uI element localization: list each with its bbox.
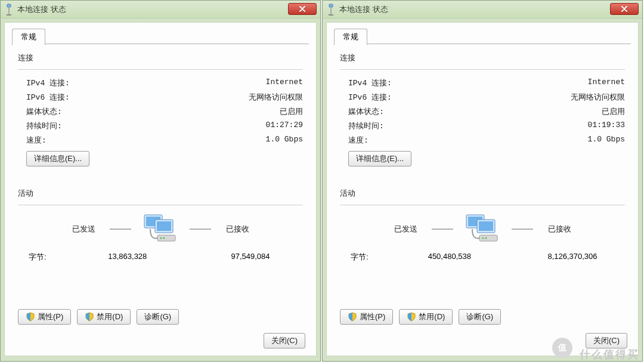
sent-label: 已发送 (388, 224, 423, 235)
properties-button[interactable]: 属性(P) (18, 309, 71, 325)
window-title: 本地连接 状态 (17, 4, 66, 15)
ipv6-label: IPv6 连接: (348, 92, 392, 103)
diagnose-button[interactable]: 诊断(G) (137, 309, 179, 325)
svg-rect-16 (479, 221, 493, 231)
bytes-sent: 450,480,538 (408, 252, 491, 263)
close-icon (621, 5, 628, 14)
dash-right (190, 229, 211, 230)
network-computers-icon (462, 211, 503, 247)
status-dialog: 本地连接 状态 常规 连接 IPv4 连接:Internet IPv6 连接:无… (322, 0, 643, 362)
bytes-row: 字节: 13,863,328 97,549,084 (18, 252, 303, 263)
status-dialog: 本地连接 状态 常规 连接 IPv4 连接:Internet IPv6 连接:无… (0, 0, 321, 362)
shield-icon (26, 312, 35, 322)
close-button[interactable] (610, 3, 639, 15)
tabstrip: 常规 (12, 29, 309, 44)
bytes-row: 字节: 450,480,538 8,126,370,306 (340, 252, 625, 263)
details-button[interactable]: 详细信息(E)... (348, 151, 411, 166)
section-divider (340, 205, 625, 205)
shield-icon (85, 312, 94, 322)
disable-label: 禁用(D) (419, 311, 445, 322)
duration-value: 01:19:33 (588, 121, 625, 131)
bytes-recv: 97,549,084 (209, 252, 292, 263)
duration-row: 持续时间:01:19:33 (340, 119, 625, 133)
svg-point-9 (163, 237, 165, 239)
tab-general[interactable]: 常规 (12, 29, 45, 45)
window-title: 本地连接 状态 (339, 4, 388, 15)
disable-button[interactable]: 禁用(D) (77, 309, 131, 325)
ipv6-row: IPv6 连接:无网络访问权限 (340, 90, 625, 104)
speed-label: 速度: (26, 135, 47, 146)
svg-point-8 (160, 237, 162, 239)
ipv4-value: Internet (266, 78, 303, 88)
action-button-row: 属性(P) 禁用(D) 诊断(G) (340, 309, 501, 325)
bytes-label: 字节: (29, 252, 47, 263)
ipv6-value: 无网络访问权限 (571, 92, 625, 103)
titlebar[interactable]: 本地连接 状态 (323, 1, 642, 18)
bytes-sent: 13,863,328 (86, 252, 169, 263)
svg-point-19 (485, 237, 487, 239)
diagnose-button[interactable]: 诊断(G) (459, 309, 501, 325)
details-button[interactable]: 详细信息(E)... (26, 151, 89, 166)
disable-label: 禁用(D) (97, 311, 123, 322)
speed-value: 1.0 Gbps (588, 135, 625, 146)
network-adapter-icon (4, 4, 14, 16)
ipv4-row: IPv4 连接:Internet (340, 76, 625, 90)
close-dialog-button[interactable]: 关闭(C) (264, 333, 305, 348)
section-divider (340, 69, 625, 70)
svg-rect-0 (7, 4, 11, 7)
section-divider (18, 69, 303, 70)
svg-point-18 (482, 237, 484, 239)
speed-row: 速度:1.0 Gbps (340, 133, 625, 147)
svg-rect-1 (8, 7, 10, 14)
ipv4-label: IPv4 连接: (26, 78, 70, 88)
dash-left (432, 229, 453, 230)
client-area: 常规 连接 IPv4 连接:Internet IPv6 连接:无网络访问权限 媒… (4, 22, 317, 356)
ipv4-label: IPv4 连接: (348, 78, 392, 88)
speed-row: 速度:1.0 Gbps (18, 133, 303, 147)
duration-label: 持续时间: (348, 121, 384, 131)
activity-header: 活动 (340, 188, 625, 199)
close-button[interactable] (288, 3, 317, 15)
svg-rect-11 (330, 7, 332, 14)
titlebar[interactable]: 本地连接 状态 (1, 1, 320, 18)
shield-icon (348, 312, 357, 322)
ipv6-value: 无网络访问权限 (249, 92, 303, 103)
recv-label: 已接收 (219, 224, 255, 235)
duration-row: 持续时间:01:27:29 (18, 119, 303, 133)
ipv6-label: IPv6 连接: (26, 92, 70, 103)
dash-left (110, 229, 131, 230)
duration-label: 持续时间: (26, 121, 62, 131)
recv-label: 已接收 (541, 224, 577, 235)
tab-general[interactable]: 常规 (334, 29, 367, 45)
svg-rect-2 (7, 14, 11, 16)
media-value: 已启用 (280, 106, 303, 117)
speed-label: 速度: (348, 135, 369, 146)
activity-graphic: 已发送 已接收 (340, 211, 625, 247)
activity-graphic: 已发送 已接收 (18, 211, 303, 247)
properties-label: 属性(P) (38, 311, 63, 322)
svg-rect-6 (157, 221, 171, 231)
close-dialog-button[interactable]: 关闭(C) (586, 333, 627, 348)
action-button-row: 属性(P) 禁用(D) 诊断(G) (18, 309, 179, 325)
client-area: 常规 连接 IPv4 连接:Internet IPv6 连接:无网络访问权限 媒… (326, 22, 639, 356)
ipv6-row: IPv6 连接:无网络访问权限 (18, 90, 303, 104)
media-value: 已启用 (602, 106, 625, 117)
ipv4-row: IPv4 连接:Internet (18, 76, 303, 90)
dash-right (512, 229, 533, 230)
sent-label: 已发送 (66, 224, 101, 235)
properties-label: 属性(P) (360, 311, 385, 322)
connection-header: 连接 (18, 53, 303, 63)
media-label: 媒体状态: (348, 106, 384, 117)
media-label: 媒体状态: (26, 106, 62, 117)
network-computers-icon (140, 211, 181, 247)
shield-icon (407, 312, 416, 322)
properties-button[interactable]: 属性(P) (340, 309, 393, 325)
media-row: 媒体状态:已启用 (340, 104, 625, 119)
section-divider (18, 205, 303, 205)
svg-rect-12 (329, 14, 333, 16)
duration-value: 01:27:29 (266, 121, 303, 131)
desktop: 本地连接 状态 常规 连接 IPv4 连接:Internet IPv6 连接:无… (0, 0, 644, 362)
disable-button[interactable]: 禁用(D) (399, 309, 453, 325)
ipv4-value: Internet (588, 78, 625, 88)
bytes-label: 字节: (351, 252, 369, 263)
